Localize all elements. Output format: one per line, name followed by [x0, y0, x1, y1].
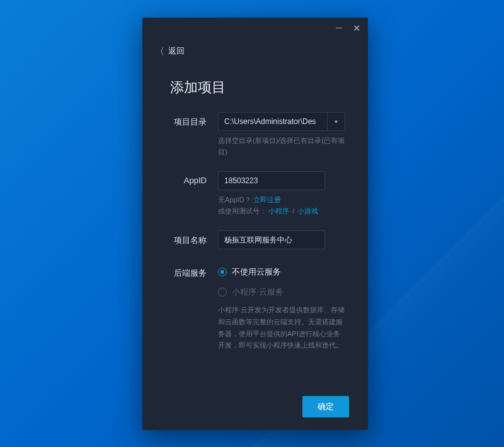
trial-game-link[interactable]: 小游戏: [297, 207, 318, 215]
page-title: 添加项目: [142, 57, 368, 112]
project-dir-input[interactable]: [218, 112, 328, 131]
chevron-left-icon: 〈: [155, 47, 164, 56]
radio-label: 不使用云服务: [232, 266, 281, 278]
backend-description: 小程序·云开发为开发者提供数据库、存储和云函数等完整的云端支持。无需搭建服务器，…: [218, 304, 345, 351]
minimize-button[interactable]: [334, 23, 344, 33]
backend-option-none[interactable]: 不使用云服务: [218, 266, 345, 278]
chevron-down-icon: ▼: [334, 119, 339, 125]
project-name-input[interactable]: [218, 230, 325, 249]
project-name-row: 项目名称: [142, 230, 345, 249]
backend-label: 后端服务: [142, 263, 218, 351]
minimize-icon: [336, 28, 342, 28]
backend-option-cloud[interactable]: 小程序·云服务: [218, 286, 345, 298]
register-link[interactable]: 立即注册: [253, 196, 281, 203]
add-project-form: 项目目录 ▼ 选择空目录(新项目)/选择已有目录(已有项目) AppID 无Ap…: [142, 112, 368, 351]
back-button[interactable]: 〈 返回: [142, 38, 368, 57]
backend-row: 后端服务 不使用云服务 小程序·云服务 小程序·云开发为开发者提供数据库、存储和…: [142, 263, 345, 351]
project-dir-hint: 选择空目录(新项目)/选择已有目录(已有项目): [218, 135, 345, 157]
project-name-label: 项目名称: [142, 230, 218, 249]
app-window: ✕ 〈 返回 添加项目 项目目录 ▼ 选择空目录(新项目)/选择已有目录(已有项…: [142, 18, 368, 430]
backend-radio-group: 不使用云服务 小程序·云服务: [218, 263, 345, 298]
project-dir-row: 项目目录 ▼ 选择空目录(新项目)/选择已有目录(已有项目): [142, 112, 345, 157]
close-button[interactable]: ✕: [352, 23, 362, 33]
radio-icon: [218, 268, 227, 276]
appid-input[interactable]: [218, 171, 325, 190]
confirm-button[interactable]: 确定: [302, 396, 349, 417]
close-icon: ✕: [353, 23, 361, 33]
back-label: 返回: [168, 45, 185, 57]
radio-label: 小程序·云服务: [232, 286, 284, 298]
trial-miniapp-link[interactable]: 小程序: [268, 207, 289, 215]
project-dir-browse-button[interactable]: ▼: [328, 112, 345, 131]
titlebar: ✕: [142, 18, 368, 38]
dialog-footer: 确定: [302, 396, 349, 417]
appid-hint: 无AppID？ 立即注册 或使用测试号： 小程序 / 小游戏: [218, 195, 345, 217]
radio-icon: [218, 288, 227, 297]
appid-label: AppID: [142, 171, 218, 217]
project-dir-label: 项目目录: [142, 112, 218, 157]
appid-row: AppID 无AppID？ 立即注册 或使用测试号： 小程序 / 小游戏: [142, 171, 345, 217]
